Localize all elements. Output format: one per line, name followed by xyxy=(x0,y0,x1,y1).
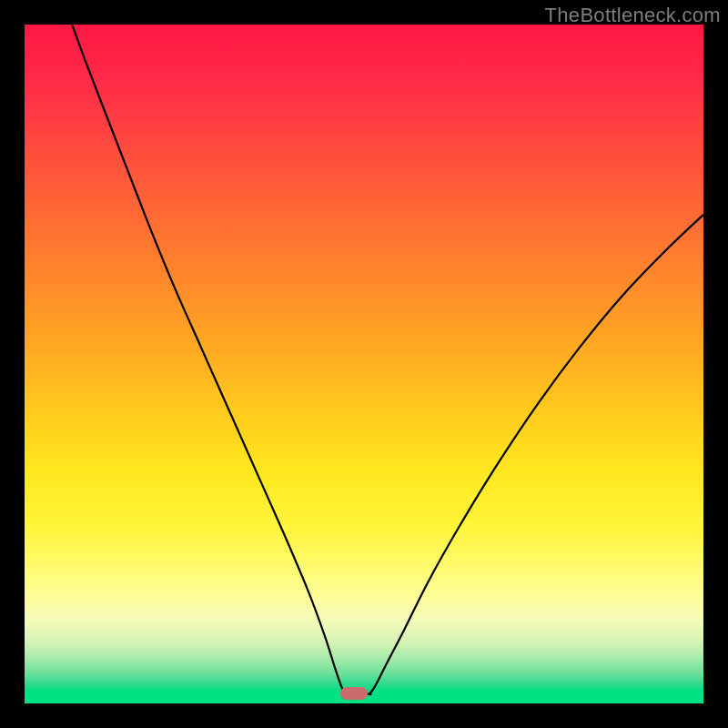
curve-svg xyxy=(25,25,703,703)
optimal-marker xyxy=(340,687,368,700)
watermark-text: TheBottleneck.com xyxy=(545,4,721,27)
chart-stage: TheBottleneck.com xyxy=(0,0,728,728)
plot-area xyxy=(25,25,703,703)
bottleneck-curve xyxy=(72,25,703,694)
